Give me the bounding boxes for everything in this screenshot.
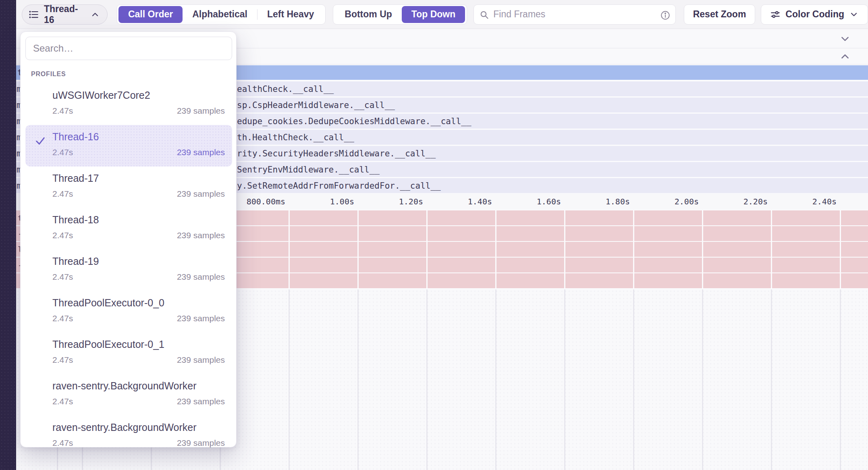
- profile-duration: 2.47s: [52, 438, 73, 448]
- profiles-list: uWSGIWorker7Core2 2.47s 239 samples Thre…: [25, 83, 232, 457]
- sort-left-heavy-button[interactable]: Left Heavy: [257, 6, 324, 23]
- profile-duration: 2.47s: [52, 355, 73, 365]
- sort-alphabetical-button[interactable]: Alphabetical: [183, 6, 257, 23]
- list-icon: [29, 9, 39, 20]
- axis-tick-label: 2.00s: [634, 197, 699, 206]
- profiler-app: Thread-16 Call Order Alphabetical Left H…: [0, 0, 868, 470]
- list-item[interactable]: Thread-18 2.47s 239 samples: [25, 208, 232, 250]
- list-item-selected[interactable]: Thread-16 2.47s 239 samples: [25, 125, 232, 166]
- profile-duration: 2.47s: [52, 231, 73, 240]
- list-item[interactable]: ThreadPoolExecutor-0_0 2.47s 239 samples: [25, 291, 232, 333]
- chevron-up-icon: [90, 10, 100, 19]
- axis-tick-label: 1.40s: [428, 197, 492, 206]
- profile-samples: 239 samples: [177, 397, 225, 406]
- profile-name: raven-sentry.BackgroundWorker: [52, 380, 197, 392]
- axis-tick-label: 2.20s: [703, 197, 768, 206]
- direction-bottom-up-button[interactable]: Bottom Up: [335, 6, 402, 23]
- profile-name: raven-sentry.BackgroundWorker: [52, 422, 197, 433]
- profile-name: ThreadPoolExecutor-0_0: [52, 297, 164, 309]
- dropdown-search-input[interactable]: [33, 43, 224, 54]
- profile-samples: 239 samples: [177, 355, 225, 365]
- reset-zoom-button[interactable]: Reset Zoom: [684, 4, 756, 25]
- list-item[interactable]: raven-sentry.BackgroundWorker 2.47s 239 …: [25, 374, 232, 416]
- find-frames-container: [473, 4, 675, 25]
- axis-tick-label: 1.80s: [565, 197, 630, 206]
- frame-label: sp.CspHeaderMiddleware.__call__: [237, 100, 395, 110]
- thread-dropdown-panel: PROFILES uWSGIWorker7Core2 2.47s 239 sam…: [20, 31, 237, 447]
- list-item[interactable]: raven-sentry.BackgroundWorker 2.47s 239 …: [25, 416, 232, 457]
- profile-duration: 2.47s: [52, 272, 73, 282]
- profile-name: Thread-17: [52, 173, 99, 184]
- profile-name: ThreadPoolExecutor-0_1: [52, 339, 164, 350]
- frame-label: SentryEnvMiddleware.__call__: [237, 165, 380, 175]
- checkmark-icon: [34, 135, 46, 147]
- profile-name: uWSGIWorker7Core2: [52, 89, 150, 101]
- profile-samples: 239 samples: [177, 272, 225, 282]
- list-item[interactable]: uWSGIWorker7Core2 2.47s 239 samples: [25, 83, 232, 125]
- find-frames-input[interactable]: [493, 9, 656, 20]
- chevron-down-icon: [849, 10, 859, 19]
- profile-samples: 239 samples: [177, 148, 225, 157]
- color-coding-label: Color Coding: [785, 9, 844, 20]
- list-item[interactable]: ThreadPoolExecutor-0_1 2.47s 239 samples: [25, 333, 232, 374]
- sort-call-order-button[interactable]: Call Order: [118, 6, 183, 23]
- profile-name: Thread-19: [52, 256, 99, 267]
- list-item[interactable]: Thread-17 2.47s 239 samples: [25, 166, 232, 208]
- profile-duration: 2.47s: [52, 397, 73, 406]
- chevron-down-icon[interactable]: [839, 33, 851, 45]
- profile-samples: 239 samples: [177, 231, 225, 240]
- color-coding-button[interactable]: Color Coding: [761, 4, 868, 25]
- frame-label: rity.SecurityHeadersMiddleware.__call__: [237, 149, 436, 158]
- profile-name: Thread-16: [52, 131, 99, 143]
- left-nav-strip: [0, 0, 16, 470]
- thread-selector-label: Thread-16: [44, 4, 85, 25]
- profile-name: Thread-18: [52, 214, 99, 226]
- dropdown-search-container: [25, 37, 232, 60]
- search-icon: [480, 10, 489, 20]
- profile-duration: 2.47s: [52, 106, 73, 116]
- axis-tick-label: 1.00s: [290, 197, 354, 206]
- profile-duration: 2.47s: [52, 148, 73, 157]
- direction-top-down-button[interactable]: Top Down: [402, 6, 465, 23]
- toolbar: Thread-16 Call Order Alphabetical Left H…: [0, 0, 868, 29]
- list-item[interactable]: Thread-19 2.47s 239 samples: [25, 250, 232, 291]
- profile-samples: 239 samples: [177, 189, 225, 199]
- chevron-up-icon[interactable]: [839, 50, 851, 62]
- profile-duration: 2.47s: [52, 189, 73, 199]
- profile-duration: 2.47s: [52, 314, 73, 323]
- direction-segmented-control: Bottom Up Top Down: [333, 4, 467, 25]
- frame-label: edupe_cookies.DedupeCookiesMiddleware.__…: [237, 116, 471, 126]
- profile-samples: 239 samples: [177, 438, 225, 448]
- frame-label: ealthCheck.__call__: [237, 84, 334, 94]
- sliders-icon: [770, 9, 781, 20]
- thread-selector-button[interactable]: Thread-16: [22, 4, 108, 25]
- axis-tick-label: 1.20s: [359, 197, 423, 206]
- sort-mode-segmented-control: Call Order Alphabetical Left Heavy: [116, 4, 326, 25]
- frame-label: y.SetRemoteAddrFromForwardedFor.__call__: [237, 181, 441, 191]
- axis-tick-label: 2.40s: [772, 197, 837, 206]
- frame-label: th.HealthCheck.__call__: [237, 133, 354, 142]
- info-icon[interactable]: [660, 10, 671, 21]
- profile-samples: 239 samples: [177, 106, 225, 116]
- axis-tick-label: 1.60s: [496, 197, 561, 206]
- profile-samples: 239 samples: [177, 314, 225, 323]
- profiles-section-label: PROFILES: [31, 71, 66, 78]
